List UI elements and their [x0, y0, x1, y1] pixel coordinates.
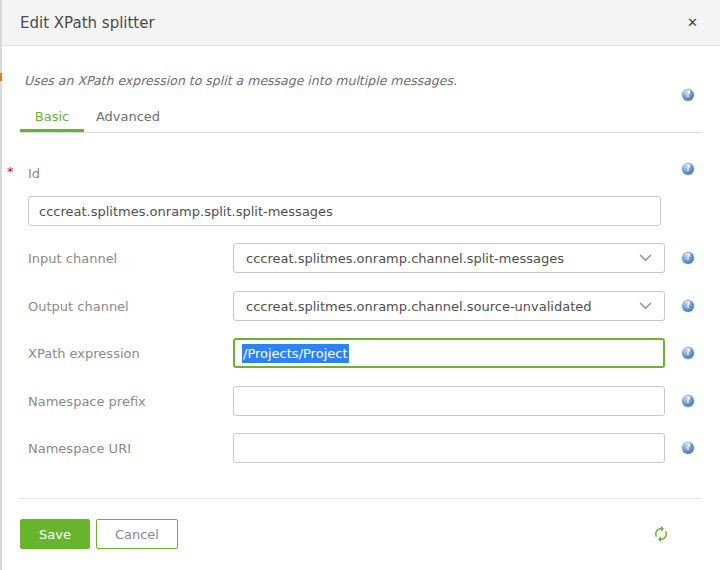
- input-channel-row: Input channel cccreat.splitmes.onramp.ch…: [28, 243, 694, 273]
- tab-advanced[interactable]: Advanced: [84, 102, 172, 132]
- xpath-expression-row: XPath expression /Projects/Project ?: [28, 338, 694, 368]
- output-channel-label: Output channel: [28, 299, 233, 314]
- help-icon[interactable]: ?: [682, 163, 694, 175]
- id-label: Id: [28, 166, 40, 181]
- output-channel-value: cccreat.splitmes.onramp.channel.source-u…: [246, 299, 592, 314]
- namespace-uri-input[interactable]: [233, 433, 665, 463]
- close-icon[interactable]: ✕: [681, 12, 704, 33]
- underlying-page-accent: [0, 73, 2, 81]
- help-icon[interactable]: ?: [682, 252, 694, 264]
- input-channel-value: cccreat.splitmes.onramp.channel.split-me…: [246, 251, 564, 266]
- help-icon[interactable]: ?: [682, 347, 694, 359]
- footer-divider: [18, 498, 702, 499]
- dialog-description: Uses an XPath expression to split a mess…: [24, 73, 457, 88]
- tab-basic[interactable]: Basic: [20, 102, 84, 132]
- underlying-page-edge: [0, 0, 2, 570]
- description-row: Uses an XPath expression to split a mess…: [24, 70, 694, 86]
- input-channel-select[interactable]: cccreat.splitmes.onramp.channel.split-me…: [233, 243, 665, 273]
- dialog-footer: Save Cancel: [0, 519, 720, 549]
- output-channel-select[interactable]: cccreat.splitmes.onramp.channel.source-u…: [233, 291, 665, 321]
- dialog-title: Edit XPath splitter: [20, 14, 155, 32]
- required-marker: *: [7, 164, 14, 179]
- cancel-button[interactable]: Cancel: [96, 519, 178, 549]
- refresh-icon[interactable]: [652, 525, 670, 543]
- tab-bar: Basic Advanced: [20, 102, 702, 133]
- chevron-down-icon: [639, 254, 652, 262]
- namespace-uri-label: Namespace URI: [28, 441, 233, 456]
- help-icon[interactable]: ?: [682, 300, 694, 312]
- save-button[interactable]: Save: [20, 519, 90, 549]
- namespace-prefix-row: Namespace prefix ?: [28, 386, 694, 416]
- output-channel-row: Output channel cccreat.splitmes.onramp.c…: [28, 291, 694, 321]
- id-label-row: * Id ?: [28, 163, 694, 179]
- xpath-expression-input[interactable]: /Projects/Project: [233, 338, 665, 368]
- namespace-prefix-label: Namespace prefix: [28, 394, 233, 409]
- xpath-selected-text: /Projects/Project: [242, 344, 349, 363]
- edit-xpath-splitter-dialog: Edit XPath splitter ✕ Uses an XPath expr…: [0, 0, 720, 570]
- namespace-uri-row: Namespace URI ?: [28, 433, 694, 463]
- help-icon[interactable]: ?: [682, 395, 694, 407]
- dialog-header: Edit XPath splitter ✕: [0, 0, 720, 46]
- input-channel-label: Input channel: [28, 251, 233, 266]
- id-input[interactable]: [28, 196, 661, 226]
- help-icon[interactable]: ?: [682, 442, 694, 454]
- namespace-prefix-input[interactable]: [233, 386, 665, 416]
- help-icon[interactable]: ?: [682, 89, 694, 101]
- xpath-expression-label: XPath expression: [28, 346, 233, 361]
- chevron-down-icon: [639, 302, 652, 310]
